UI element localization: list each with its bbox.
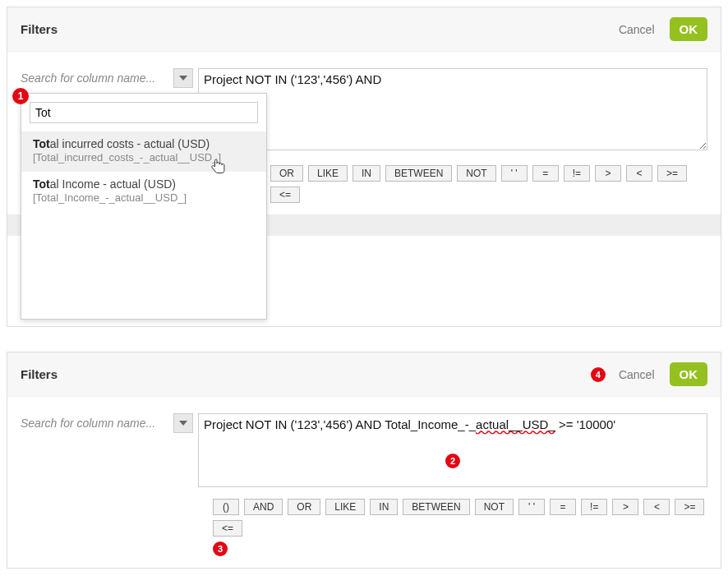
operator-button[interactable]: IN	[352, 165, 380, 182]
expr-underlined: actual__USD_	[476, 417, 555, 431]
panel-title: Filters	[21, 367, 591, 381]
filters-panel-2: Filters 4 Cancel OK Search for column na…	[7, 352, 721, 569]
callout-1: 1	[12, 88, 29, 104]
column-dropdown-toggle[interactable]	[173, 68, 193, 88]
expr-part: Project NOT IN ('123','456') AND Total_I…	[204, 417, 476, 431]
callout-3: 3	[213, 541, 228, 556]
panel-title: Filters	[21, 22, 614, 36]
operator-button[interactable]: BETWEEN	[385, 165, 452, 182]
chevron-down-icon	[179, 76, 187, 81]
filter-body: Search for column name... 1 Total incurr…	[7, 52, 721, 159]
operator-button[interactable]: OR	[270, 165, 303, 182]
ok-button[interactable]: OK	[670, 362, 708, 386]
operator-button[interactable]: >=	[657, 165, 687, 182]
autocomplete-search-input[interactable]	[30, 102, 258, 123]
operator-button[interactable]: >	[595, 165, 621, 182]
callout-4: 4	[591, 367, 606, 382]
operator-button[interactable]: >=	[675, 499, 704, 515]
operator-button[interactable]: <=	[213, 520, 242, 537]
operator-button[interactable]: ' '	[518, 499, 545, 515]
operator-button[interactable]: <	[626, 165, 652, 182]
operator-button[interactable]: ()	[213, 499, 239, 515]
search-placeholder-text: Search for column name...	[21, 413, 168, 430]
operator-button[interactable]: BETWEEN	[403, 499, 469, 515]
cancel-button[interactable]: Cancel	[614, 367, 660, 382]
autocomplete-item[interactable]: Total incurred costs - actual (USD)[Tota…	[21, 131, 266, 172]
operator-button[interactable]: LIKE	[308, 165, 348, 182]
operator-button[interactable]: =	[550, 499, 576, 515]
filter-expression-textarea[interactable]	[198, 68, 707, 150]
operator-row: ()ANDORLIKEINBETWEENNOT' '=!=><>=<=	[213, 499, 707, 537]
operator-button[interactable]: <	[643, 499, 670, 515]
ok-button[interactable]: OK	[670, 17, 708, 41]
operator-button[interactable]: NOT	[457, 165, 495, 182]
operator-button[interactable]: =	[532, 165, 559, 182]
filters-panel-1: Filters Cancel OK Search for column name…	[7, 7, 721, 327]
operator-button[interactable]: !=	[564, 165, 590, 182]
autocomplete-dropdown: Total incurred costs - actual (USD)[Tota…	[21, 93, 267, 320]
operator-button[interactable]: !=	[581, 499, 607, 515]
operator-button[interactable]: NOT	[475, 499, 514, 515]
operator-button[interactable]: IN	[370, 499, 398, 515]
panel-header: Filters 4 Cancel OK	[7, 352, 721, 397]
operator-button[interactable]: ' '	[501, 165, 528, 182]
operator-button[interactable]: AND	[244, 499, 283, 515]
autocomplete-item[interactable]: Total Income - actual (USD)[Total_Income…	[21, 172, 266, 212]
chevron-down-icon	[179, 421, 187, 426]
filter-body: Search for column name... Project NOT IN…	[7, 397, 721, 495]
panel-header: Filters Cancel OK	[7, 7, 721, 52]
search-placeholder-text: Search for column name...	[21, 68, 168, 85]
operator-button[interactable]: >	[612, 499, 638, 515]
callout-2: 2	[445, 454, 460, 468]
expr-part: >= '10000'	[555, 417, 615, 431]
operator-button[interactable]: <=	[270, 187, 300, 203]
filter-expression-textarea[interactable]: Project NOT IN ('123','456') AND Total_I…	[198, 413, 707, 487]
operator-button[interactable]: OR	[288, 499, 320, 515]
column-dropdown-toggle[interactable]	[173, 413, 193, 433]
cancel-button[interactable]: Cancel	[614, 22, 660, 37]
operator-button[interactable]: LIKE	[325, 499, 365, 515]
